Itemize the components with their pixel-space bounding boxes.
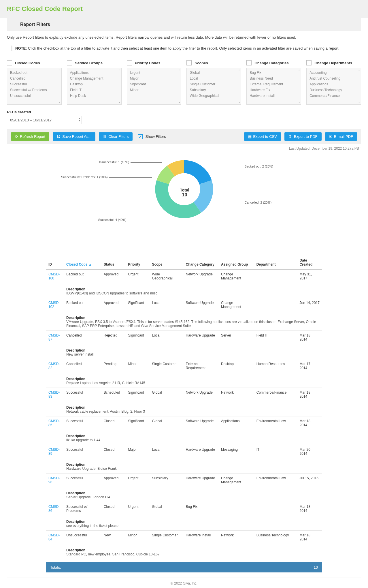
cell: External Requirement xyxy=(184,359,219,373)
scroll-down-icon[interactable]: ⌄ xyxy=(358,100,360,103)
scroll-up-icon[interactable]: ⌃ xyxy=(58,69,61,72)
col-header[interactable]: Scope xyxy=(150,256,184,270)
filter-option[interactable]: Desktop xyxy=(69,81,119,87)
export-pdf-button[interactable]: 🗎 Export to PDF xyxy=(284,132,322,141)
cell: Mar 17, 2014 xyxy=(297,359,322,373)
filter-option[interactable]: Business/Technology xyxy=(309,87,358,93)
filter-option[interactable]: Business Need xyxy=(249,76,299,81)
rfc-id-link[interactable]: CMSD-100 xyxy=(48,272,60,280)
filter-option[interactable]: Unsuccessful xyxy=(10,93,59,99)
col-header[interactable]: Date Created xyxy=(297,256,322,270)
cell: IT xyxy=(254,445,297,459)
email-pdf-button[interactable]: ✉ E-mail PDF xyxy=(325,132,357,141)
filter-option[interactable]: Local xyxy=(189,76,239,81)
filter-option[interactable]: Cancelled xyxy=(10,76,59,81)
filter-option[interactable]: Change Management xyxy=(69,76,119,81)
rfc-id-link[interactable]: CMSD-84 xyxy=(48,533,60,541)
filter-option[interactable]: Applications xyxy=(69,70,119,76)
cell: Cancelled xyxy=(64,359,101,373)
cell: Mar 18, 2014 xyxy=(297,416,322,430)
filter-listbox[interactable]: UrgentMajorSignificantMinor⌃⌄ xyxy=(127,68,182,105)
desc-text: Replace Laptop, Los Angeles 2 HR, Cubicl… xyxy=(66,381,145,385)
scroll-down-icon[interactable]: ⌄ xyxy=(118,100,121,103)
filter-checkbox[interactable] xyxy=(7,60,12,65)
filter-option[interactable]: Bug Fix xyxy=(249,70,299,76)
scroll-down-icon[interactable]: ⌄ xyxy=(178,100,180,103)
scroll-up-icon[interactable]: ⌃ xyxy=(358,69,360,72)
export-csv-button[interactable]: ▦ Export to CSV xyxy=(244,132,281,141)
rfc-id-link[interactable]: CMSD-85 xyxy=(48,419,60,427)
filter-option[interactable]: Urgent xyxy=(129,70,179,76)
rfc-id-link[interactable]: CMSD-96 xyxy=(48,476,60,484)
filter-option[interactable]: Successful w/ Problems xyxy=(10,87,59,93)
filter-listbox[interactable]: AccountingAntitrust CounselingApplicatio… xyxy=(306,68,361,105)
filter-checkbox[interactable] xyxy=(246,60,252,65)
cell: Business/Technology xyxy=(254,531,297,544)
col-header[interactable]: Department xyxy=(254,256,297,270)
cell: Single Customer xyxy=(150,531,184,544)
filter-checkbox[interactable] xyxy=(127,60,132,65)
show-filters-toggle[interactable]: ✓ Show Filters xyxy=(138,134,166,139)
rfc-id-link[interactable]: CMSD-89 xyxy=(48,448,60,456)
filter-option[interactable]: Global xyxy=(189,70,239,76)
col-header[interactable]: Priority xyxy=(126,256,150,270)
filter-option[interactable]: Significant xyxy=(129,81,179,87)
col-header[interactable]: Change Category xyxy=(184,256,219,270)
scroll-down-icon[interactable]: ⌄ xyxy=(298,100,300,103)
filter-checkbox[interactable] xyxy=(67,60,72,65)
refresh-button[interactable]: ⟳ Refresh Report xyxy=(11,132,49,141)
clear-filters-button[interactable]: 🗑 Clear Filters xyxy=(99,132,133,141)
filter-option[interactable]: Major xyxy=(129,76,179,81)
date-stepper-icon[interactable]: ▴▾ xyxy=(79,117,80,122)
col-header[interactable]: Assigned Group xyxy=(219,256,254,270)
scroll-down-icon[interactable]: ⌄ xyxy=(238,100,240,103)
filter-checkbox[interactable] xyxy=(306,60,312,65)
desc-cell: DescriptionIDSVM[01-03] and IDSCON upgra… xyxy=(64,283,322,298)
scroll-down-icon[interactable]: ⌄ xyxy=(58,100,61,103)
filter-listbox[interactable]: GlobalLocalSingle CustomerSubsidiaryWide… xyxy=(186,68,241,105)
table-row: CMSD-89SuccessfulClosedMajorLocalHardwar… xyxy=(46,445,322,459)
filter-option[interactable]: Commerce/Finance xyxy=(309,93,358,99)
filter-option[interactable]: Accounting xyxy=(309,70,358,76)
filter-option[interactable]: Field IT xyxy=(69,87,119,93)
filter-option[interactable]: Minor xyxy=(129,87,179,93)
filter-option[interactable]: Backed out xyxy=(10,70,59,76)
table-row: CMSD-102Backed outApprovedSignificantLoc… xyxy=(46,298,322,312)
filter-option[interactable]: Successful xyxy=(10,81,59,87)
filter-option[interactable]: Hardware Install xyxy=(249,93,299,99)
filter-listbox[interactable]: Backed outCancelledSuccessfulSuccessful … xyxy=(7,68,62,105)
filter-option[interactable]: External Requirement xyxy=(249,81,299,87)
filter-option[interactable]: Subsidiary xyxy=(189,87,239,93)
scroll-up-icon[interactable]: ⌃ xyxy=(238,69,240,72)
filter-listbox[interactable]: ApplicationsChange ManagementDesktopFiel… xyxy=(67,68,122,105)
col-header[interactable]: Closed Code ▲ xyxy=(64,256,101,270)
rfc-id-link[interactable]: CMSD-102 xyxy=(48,301,60,309)
filter-listbox[interactable]: Bug FixBusiness NeedExternal Requirement… xyxy=(246,68,301,105)
rfc-id-link[interactable]: CMSD-82 xyxy=(48,362,60,370)
table-row-desc: DescriptionServer Upgrade, London IT4 xyxy=(46,487,322,502)
desc-text: Server Upgrade, London IT4 xyxy=(66,495,110,499)
filter-option[interactable]: Single Customer xyxy=(189,81,239,87)
scroll-up-icon[interactable]: ⌃ xyxy=(178,69,180,72)
cell: Messaging xyxy=(219,445,254,459)
save-report-button[interactable]: 🖫 Save Report As... xyxy=(53,132,95,141)
filter-option[interactable]: Wide Geographical xyxy=(189,93,239,99)
rfc-id-link[interactable]: CMSD-86 xyxy=(48,505,60,513)
cell: Network Upgrade xyxy=(184,388,219,401)
filter-option[interactable]: Antitrust Counseling xyxy=(309,76,358,81)
rfc-id-link[interactable]: CMSD-87 xyxy=(48,333,60,341)
scroll-up-icon[interactable]: ⌃ xyxy=(118,69,121,72)
col-header[interactable]: Status xyxy=(101,256,126,270)
save-icon: 🖫 xyxy=(57,134,61,139)
filter-option[interactable]: Applications xyxy=(309,81,358,87)
cell: Network xyxy=(219,531,254,544)
date-range-input[interactable] xyxy=(7,116,82,124)
table-row: CMSD-84UnsuccessfulNewMinorSingle Custom… xyxy=(46,531,322,544)
col-header[interactable]: ID xyxy=(46,256,64,270)
table-row: CMSD-100Backed outApprovedUrgentWide Geo… xyxy=(46,270,322,283)
scroll-up-icon[interactable]: ⌃ xyxy=(298,69,300,72)
rfc-id-link[interactable]: CMSD-83 xyxy=(48,390,60,399)
filter-checkbox[interactable] xyxy=(186,60,192,65)
filter-option[interactable]: Hardware Fix xyxy=(249,87,299,93)
filter-option[interactable]: Help Desk xyxy=(69,93,119,99)
